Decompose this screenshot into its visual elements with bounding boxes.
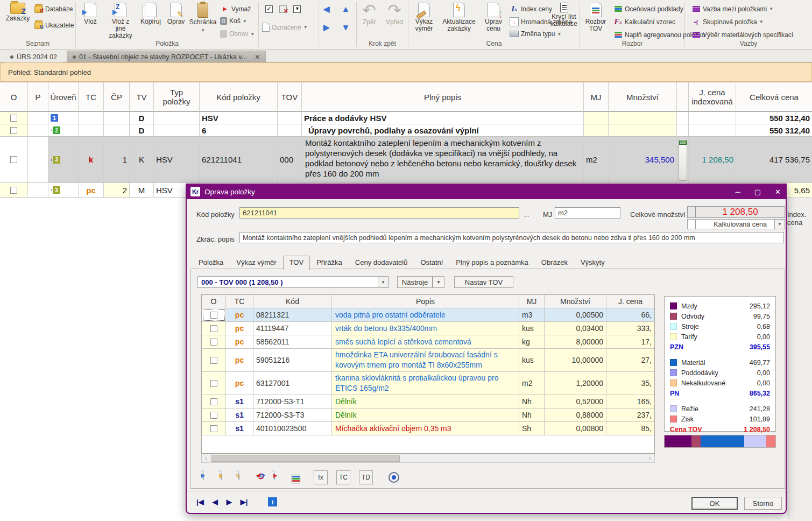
ocenovaci-podklady-button[interactable]: Oceňovací podklady [613,4,683,13]
tv-cell[interactable]: M [130,183,154,198]
col-header-mnozstvi[interactable]: Množství [609,82,677,112]
tov-row-checkbox-cell[interactable] [202,395,226,409]
row-checkbox[interactable] [10,115,17,122]
tov-col-popis[interactable]: Popis [332,295,519,308]
popis-cell[interactable]: Úpravy povrchů, podlahy a osazování výpl… [302,124,584,137]
zpet-button[interactable]: ↶ Zpět [358,2,380,27]
vpred-button[interactable]: ↷ Vpřed [383,2,406,27]
tov-mnozstvi-cell[interactable]: 1,20000 [545,372,606,395]
tov-kod-cell[interactable]: 58562011 [253,335,332,349]
row-checkbox[interactable] [10,156,17,163]
mj-cell[interactable]: m2 [584,137,609,183]
doctab-urs[interactable]: ÚRS 2024 02 [4,51,63,62]
tov-kod-cell[interactable]: 59051216 [253,349,332,372]
tov-jcena-cell[interactable]: 17, [606,335,654,349]
mnozstvi-cell[interactable]: 345,500 [609,137,677,183]
kod-polozky-input[interactable]: 621211041 [239,207,519,219]
replace-item-button[interactable]: ⟲⟳ [256,471,268,484]
insert-item-button[interactable] [203,471,215,484]
tov-popis-cell[interactable]: vrták do betonu 8x335/400mm [332,322,519,335]
kod-cell[interactable]: 6 [200,124,278,137]
td-button[interactable]: TD [359,470,373,484]
zmena-typu-button[interactable]: Změna typu▼ [510,30,561,38]
tov-select-combo[interactable]: 000 - TOV 000 (1 208,50 ) ▼ [197,276,389,288]
tov-mnozstvi-cell[interactable]: 10,00000 [545,349,606,372]
celkem-cell[interactable]: 417 536,75 [736,137,812,183]
last-record-button[interactable]: ▶| [241,498,248,506]
col-header-tc[interactable]: TC [79,82,104,112]
minimize-icon[interactable]: ─ [736,188,740,196]
cp-cell[interactable]: 1 [104,137,130,183]
level-cell[interactable]: 1 [48,112,79,124]
tov-row-checkbox-cell[interactable] [202,335,226,349]
tab-polozka[interactable]: Položka [192,256,230,270]
tov-tc-cell[interactable]: pc [226,308,253,322]
fx-button[interactable]: fx [314,470,328,484]
kod-cell[interactable]: 621211041 [200,137,278,183]
tov-mj-cell[interactable]: kus [519,322,545,335]
nastav-tov-button[interactable]: Nastav TOV [454,276,513,288]
tov-jcena-cell[interactable]: 237, [606,409,654,422]
tc-cell[interactable]: k [79,137,104,183]
level-cell[interactable]: ›3 [48,183,79,198]
first-record-button[interactable]: |◀ [196,498,204,506]
col-header-popis[interactable]: Plný popis [302,82,584,112]
typ-cell[interactable]: HSV [154,137,200,183]
tab-ostatni[interactable]: Ostatní [414,256,449,270]
col-header-celkem[interactable]: Celková cena [736,82,812,112]
tov-row-checkbox-cell[interactable] [202,422,226,435]
scrollbar-thumb[interactable] [211,455,400,462]
celkem-cell[interactable]: 550 312,40 [736,124,812,137]
quantity-slider[interactable]: 100 [679,139,687,181]
tab-ceny-dodavatelu[interactable]: Ceny dodavatelů [349,256,414,270]
insert-from-button[interactable] [221,471,232,484]
tov-mj-cell[interactable]: kg [519,335,545,349]
tov-row-checkbox-cell[interactable] [202,308,226,322]
tv-cell[interactable]: K [130,137,154,183]
tov-popis-cell[interactable]: voda pitná pro ostatní odběratele [332,308,519,322]
uprav-cenu-button[interactable]: ↑↓ Uprav cenu [481,2,506,33]
mark-all-checkbox-icon[interactable]: ▼ [293,5,301,13]
tov-mj-cell[interactable]: Nh [519,395,545,409]
tov-jcena-cell[interactable]: 165, [606,395,654,409]
tov-mj-cell[interactable]: kus [519,349,545,372]
tov-mj-cell[interactable]: Sh [519,422,545,435]
tov-tc-cell[interactable]: pc [226,322,253,335]
tov-popis-cell[interactable]: Dělník [332,395,519,409]
tov-col-mj[interactable]: MJ [519,295,545,308]
tov-horizontal-scrollbar[interactable]: ‹ › [201,454,655,463]
tov-popis-cell[interactable]: Dělník [332,409,519,422]
zakazky-button[interactable]: Z Zakázky [3,2,32,23]
tov-col-o[interactable]: O [202,295,226,308]
tov-tc-cell[interactable]: pc [226,349,253,372]
ukazatele-button[interactable]: u Ukazatele [34,22,74,29]
col-header-p[interactable]: P [28,82,48,112]
oprav-button[interactable]: ✎ Oprav [164,2,188,26]
tov-popis-cell[interactable]: Míchačka aktivační objem 0,35 m3 [332,422,519,435]
tov-col-tc[interactable]: TC [226,295,253,308]
tov-mj-cell[interactable]: m3 [519,308,545,322]
prev-record-button[interactable]: ◀ [213,498,218,506]
col-header-kod[interactable]: Kód položky [200,82,278,112]
tov-kod-cell[interactable]: 41119447 [253,322,332,335]
tov-row-checkbox-cell[interactable] [202,409,226,422]
tov-kod-cell[interactable]: 712000-S3-T1 [253,395,332,409]
kos-button[interactable]: ♻ Koš▼ [220,17,247,25]
cena-source-combo[interactable]: Kalkulovaná cena▼ [695,219,785,229]
col-header-tov[interactable]: TOV [278,82,302,112]
celkem-cell[interactable]: 550 312,40 [736,112,812,124]
col-header-uroven[interactable]: Úroveň [48,82,79,112]
close-tab-icon[interactable]: ✕ [255,53,260,61]
tov-kod-cell[interactable]: 712000-S3-T3 [253,409,332,422]
tab-plny-popis[interactable]: Plný popis a poznámka [449,256,534,270]
storno-button[interactable]: Storno [744,497,782,510]
row-checkbox-cell[interactable] [0,124,28,137]
tov-col-mnozstvi[interactable]: Množství [545,295,606,308]
move-left-icon[interactable]: ◀ [323,4,330,14]
obnov-button[interactable]: Obnov▼ [220,30,255,38]
tov-jcena-cell[interactable]: 333, [606,322,654,335]
tov-cell[interactable]: 000 [278,137,302,183]
cp-cell[interactable]: 2 [104,183,130,198]
col-header-mj[interactable]: MJ [584,82,609,112]
next-record-button[interactable]: ▶ [227,498,232,506]
